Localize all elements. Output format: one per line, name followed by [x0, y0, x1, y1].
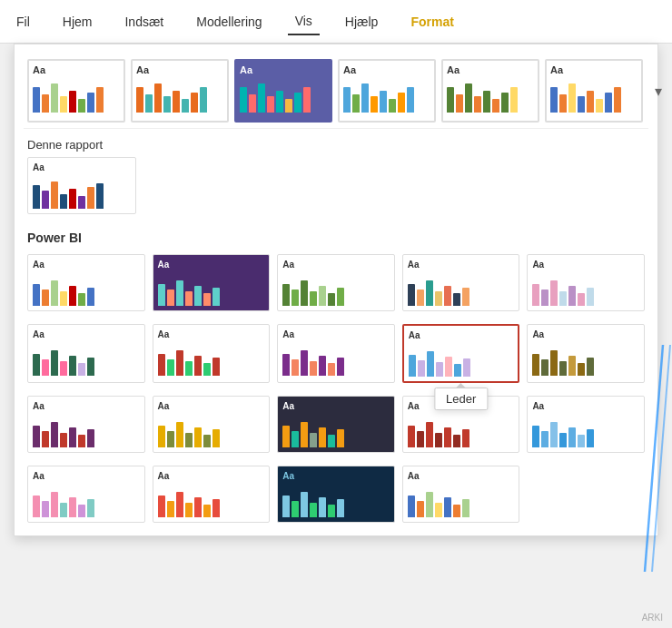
menu-bar: Fil Hjem Indsæt Modellering Vis Hjælp Fo… [0, 0, 672, 44]
theme-card-4[interactable]: Aa [402, 254, 520, 311]
mini-chart-6 [550, 78, 637, 113]
menu-vis[interactable]: Vis [288, 8, 320, 35]
theme-card-19[interactable]: Aa [402, 466, 520, 523]
theme-card-2[interactable]: Aa [153, 254, 271, 311]
theme-grid-row2: Aa Aa [24, 320, 648, 387]
featured-themes-row: Aa Aa [24, 54, 648, 129]
mini-chart-3 [240, 78, 327, 113]
bottom-bar: ARKI [0, 606, 672, 628]
theme-thumb-5[interactable]: Aa [441, 59, 539, 123]
menu-format[interactable]: Format [403, 9, 460, 34]
scroll-down-button[interactable]: ▾ [648, 81, 668, 101]
section-power-bi-label: Power BI [24, 221, 648, 250]
theme-card-5[interactable]: Aa [527, 254, 645, 311]
this-report-theme[interactable]: Aa [27, 157, 136, 214]
theme-grid-row1: Aa Aa [24, 250, 648, 315]
theme-card-1[interactable]: Aa [27, 254, 145, 311]
theme-thumb-3[interactable]: Aa [234, 59, 332, 123]
theme-card-15[interactable]: Aa [527, 396, 645, 453]
menu-fil[interactable]: Fil [9, 9, 37, 34]
theme-panel: Aa Aa [14, 44, 658, 536]
this-report-chart [33, 174, 131, 209]
theme-thumb-6[interactable]: Aa [545, 59, 643, 123]
menu-hjem[interactable]: Hjem [55, 9, 100, 34]
theme-thumb-2[interactable]: Aa [131, 59, 229, 123]
mini-chart-2 [136, 78, 223, 113]
theme-card-13[interactable]: Aa [277, 396, 395, 453]
mini-chart-5 [447, 78, 534, 113]
menu-modellering[interactable]: Modellering [189, 9, 269, 34]
theme-card-7[interactable]: Aa [153, 324, 271, 383]
decoration-lines [645, 345, 672, 572]
theme-card-9-leder[interactable]: Aa Leder [402, 324, 520, 383]
theme-card-11[interactable]: Aa [27, 396, 145, 453]
menu-hjaelp[interactable]: Hjælp [338, 9, 386, 34]
theme-card-12[interactable]: Aa [153, 396, 271, 453]
theme-card-8[interactable]: Aa [277, 324, 395, 383]
theme-card-17[interactable]: Aa [153, 466, 271, 523]
menu-indsaet[interactable]: Indsæt [117, 9, 171, 34]
mini-chart-4 [343, 78, 430, 113]
theme-grid-row3: Aa Aa [24, 392, 648, 456]
arkiv-label: ARKI [642, 613, 663, 623]
theme-card-18[interactable]: Aa [277, 466, 395, 523]
theme-card-16[interactable]: Aa [27, 466, 145, 523]
theme-card-6[interactable]: Aa [27, 324, 145, 383]
theme-card-14[interactable]: Aa [402, 396, 520, 453]
theme-thumb-4[interactable]: Aa [338, 59, 436, 123]
section-this-report-label: Denne rapport [24, 129, 648, 157]
theme-card-10[interactable]: Aa [527, 324, 645, 383]
mini-chart-1 [33, 78, 120, 113]
theme-grid-row4: Aa Aa [24, 462, 648, 526]
theme-thumb-1[interactable]: Aa [27, 59, 125, 123]
theme-card-3[interactable]: Aa [277, 254, 395, 311]
